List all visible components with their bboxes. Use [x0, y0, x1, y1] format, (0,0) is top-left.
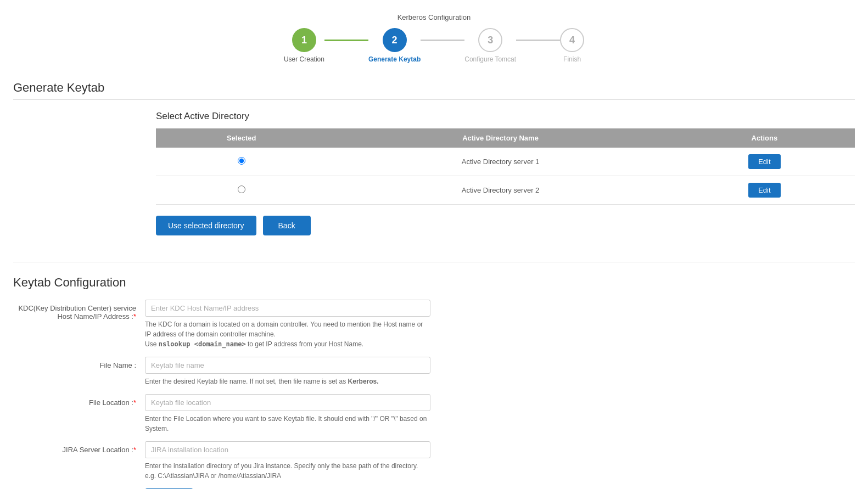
filelocation-required-marker: *: [133, 398, 136, 407]
wizard-steps: 1 User Creation 2 Generate Keytab 3 Conf…: [0, 28, 868, 63]
connector-1-2: [324, 40, 368, 41]
kdc-input[interactable]: [145, 300, 430, 317]
row1-radio[interactable]: [238, 157, 245, 165]
step-1-circle: 1: [292, 28, 316, 52]
step-3-label: Configure Tomcat: [464, 55, 516, 63]
select-active-directory-container: Select Active Directory Selected Active …: [13, 100, 855, 257]
keytab-config-title: Keytab Configuration: [13, 276, 855, 290]
row1-selected-cell: [156, 148, 327, 176]
step-3-circle: 3: [478, 28, 502, 52]
kdc-required-marker: *: [133, 312, 136, 321]
row2-radio[interactable]: [238, 186, 245, 193]
row1-edit-button[interactable]: Edit: [748, 154, 780, 169]
kdc-hint-code: nslookup <domain_name>: [159, 340, 246, 348]
jira-field-row: JIRA Server Location :* Enter the instal…: [13, 441, 855, 481]
row2-action-cell: Edit: [674, 176, 855, 205]
keytab-configuration-section: Keytab Configuration KDC(Key Distributio…: [13, 267, 855, 489]
filename-input[interactable]: [145, 357, 430, 374]
section-divider: [13, 262, 855, 262]
generate-keytab-title: Generate Keytab: [13, 72, 855, 100]
back-button[interactable]: Back: [263, 216, 311, 235]
kdc-label: KDC(Key Distribution Center) serviceHost…: [13, 300, 145, 321]
directory-button-row: Use selected directory Back: [156, 205, 855, 246]
row1-action-cell: Edit: [674, 148, 855, 176]
row1-name-cell: Active Directory server 1: [327, 148, 674, 176]
jira-input[interactable]: [145, 441, 430, 458]
filelocation-field: Enter the File Location where you want t…: [145, 394, 430, 434]
col-actions: Actions: [674, 128, 855, 148]
active-directory-table: Selected Active Directory Name Actions A…: [156, 128, 855, 205]
row2-edit-button[interactable]: Edit: [748, 183, 780, 198]
jira-hint: Enter the installation directory of you …: [145, 461, 430, 481]
jira-label: JIRA Server Location :*: [13, 441, 145, 454]
step-1: 1 User Creation: [284, 28, 324, 63]
page-content: Generate Keytab Select Active Directory …: [0, 72, 868, 489]
filelocation-input[interactable]: [145, 394, 430, 411]
filename-field-row: File Name : Enter the desired Keytab fil…: [13, 357, 855, 386]
kdc-hint: The KDC for a domain is located on a dom…: [145, 319, 430, 349]
step-2-label: Generate Keytab: [368, 55, 421, 63]
step-4-circle: 4: [560, 28, 584, 52]
jira-required-marker: *: [133, 446, 136, 454]
filename-hint: Enter the desired Keytab file name. If n…: [145, 376, 430, 386]
connector-2-3: [421, 40, 464, 41]
select-ad-title: Select Active Directory: [156, 111, 855, 122]
kdc-field-row: KDC(Key Distribution Center) serviceHost…: [13, 300, 855, 349]
step-4-label: Finish: [563, 55, 581, 63]
filename-field: Enter the desired Keytab file name. If n…: [145, 357, 430, 386]
wizard-title: Kerberos Configuration: [0, 13, 868, 21]
filelocation-field-row: File Location :* Enter the File Location…: [13, 394, 855, 434]
step-2: 2 Generate Keytab: [368, 28, 421, 63]
table-row: Active Directory server 1 Edit: [156, 148, 855, 176]
table-row: Active Directory server 2 Edit: [156, 176, 855, 205]
col-name: Active Directory Name: [327, 128, 674, 148]
step-3: 3 Configure Tomcat: [464, 28, 516, 63]
kdc-field: The KDC for a domain is located on a dom…: [145, 300, 430, 349]
col-selected: Selected: [156, 128, 327, 148]
wizard-header: Kerberos Configuration 1 User Creation 2…: [0, 0, 868, 72]
step-2-circle: 2: [383, 28, 407, 52]
filelocation-hint: Enter the File Location where you want t…: [145, 414, 430, 434]
connector-3-4: [516, 40, 560, 41]
row2-selected-cell: [156, 176, 327, 205]
filename-label: File Name :: [13, 357, 145, 369]
row2-name-cell: Active Directory server 2: [327, 176, 674, 205]
step-1-label: User Creation: [284, 55, 324, 63]
jira-field: Enter the installation directory of you …: [145, 441, 430, 481]
step-4: 4 Finish: [560, 28, 584, 63]
use-selected-directory-button[interactable]: Use selected directory: [156, 216, 256, 235]
filelocation-label: File Location :*: [13, 394, 145, 407]
